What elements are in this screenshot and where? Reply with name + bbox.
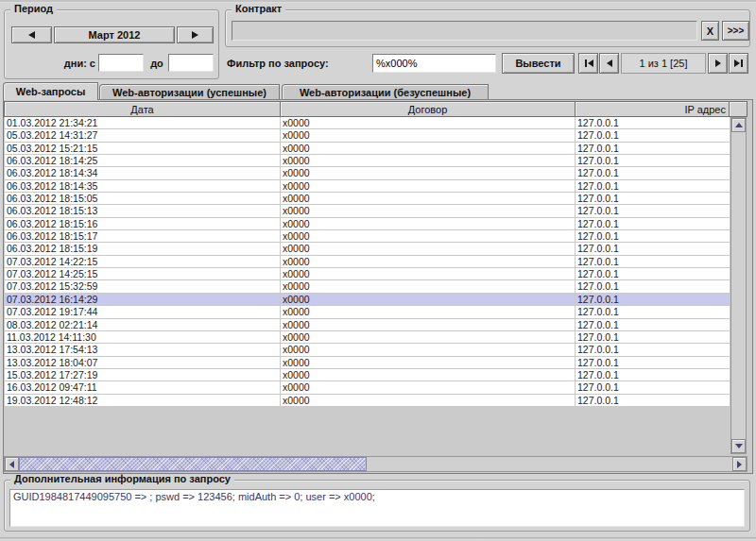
contract-cell: x0000 — [281, 117, 576, 129]
table-row[interactable]: 11.03.2012 14:11:30x0000127.0.0.1 — [4, 331, 730, 344]
date-cell: 06.03.2012 18:15:17 — [4, 230, 281, 243]
table-row[interactable]: 07.03.2012 14:25:15x0000127.0.0.1 — [4, 268, 730, 280]
date-cell: 06.03.2012 18:14:25 — [4, 155, 281, 167]
table-row[interactable]: 05.03.2012 15:21:15x0000127.0.0.1 — [4, 143, 730, 155]
prev-month-button[interactable] — [11, 26, 52, 43]
contract-cell: x0000 — [281, 268, 576, 280]
date-cell: 15.03.2012 17:27:19 — [4, 369, 281, 381]
header-cell-ip[interactable]: IP адрес — [576, 102, 730, 116]
horizontal-scrollbar[interactable] — [4, 456, 747, 472]
month-button[interactable]: Март 2012 — [54, 26, 175, 43]
table-row[interactable]: 06.03.2012 18:14:25x0000127.0.0.1 — [4, 155, 730, 167]
contract-cell: x0000 — [281, 143, 576, 155]
contract-field[interactable] — [232, 21, 697, 41]
last-page-button[interactable] — [729, 53, 748, 74]
date-cell: 05.03.2012 15:21:15 — [4, 143, 281, 155]
table-row[interactable]: 13.03.2012 17:54:13x0000127.0.0.1 — [4, 344, 730, 356]
contract-cell: x0000 — [281, 129, 576, 142]
contract-cell: x0000 — [281, 167, 576, 179]
left-arrow-icon — [28, 31, 35, 39]
table-row[interactable]: 06.03.2012 18:14:35x0000127.0.0.1 — [4, 180, 730, 193]
tab-web-auth-fail[interactable]: Web-авторизации (безуспешные) — [282, 84, 489, 99]
table-row[interactable]: 16.03.2012 09:47:11x0000127.0.0.1 — [4, 381, 730, 394]
scroll-up-icon — [735, 123, 743, 127]
additional-info-text[interactable]: GUID1984817449095750 => ; pswd => 123456… — [9, 489, 745, 527]
ip-cell: 127.0.0.1 — [576, 331, 730, 344]
next-month-button[interactable] — [177, 26, 214, 43]
days-to-label: до — [146, 55, 167, 72]
date-cell: 08.03.2012 02:21:14 — [4, 319, 281, 331]
clear-contract-button[interactable]: X — [701, 21, 719, 41]
last-page-icon — [734, 59, 740, 67]
vertical-scrollbar[interactable] — [730, 117, 747, 454]
ip-cell: 127.0.0.1 — [576, 280, 730, 293]
ip-cell: 127.0.0.1 — [576, 155, 730, 167]
table-row[interactable]: 19.03.2012 12:48:12x0000127.0.0.1 — [4, 395, 730, 407]
table-row[interactable]: 07.03.2012 19:17:44x0000127.0.0.1 — [4, 306, 730, 318]
hscroll-thumb[interactable] — [19, 457, 367, 471]
table-row[interactable]: 06.03.2012 18:15:19x0000127.0.0.1 — [4, 243, 730, 255]
bottom-divider — [0, 537, 756, 540]
contract-cell: x0000 — [281, 280, 576, 293]
scroll-down-button[interactable] — [731, 439, 746, 453]
table-row[interactable]: 07.03.2012 15:32:59x0000127.0.0.1 — [4, 280, 730, 293]
days-to-input[interactable] — [168, 54, 214, 72]
contract-cell: x0000 — [281, 243, 576, 255]
period-group-title: Период — [10, 3, 57, 14]
table-row[interactable]: 01.03.2012 21:34:21x0000127.0.0.1 — [4, 117, 730, 129]
ip-cell: 127.0.0.1 — [576, 256, 730, 268]
date-cell: 13.03.2012 18:04:07 — [4, 357, 281, 369]
date-cell: 07.03.2012 14:25:15 — [4, 268, 281, 280]
ip-cell: 127.0.0.1 — [576, 143, 730, 155]
table-row[interactable]: 06.03.2012 18:15:13x0000127.0.0.1 — [4, 205, 730, 217]
table-row[interactable]: 06.03.2012 18:14:34x0000127.0.0.1 — [4, 167, 730, 179]
table-row[interactable]: 06.03.2012 18:15:16x0000127.0.0.1 — [4, 218, 730, 230]
additional-info-group: Дополнительная информация по запросу GUI… — [4, 480, 750, 532]
scroll-up-button[interactable] — [731, 118, 746, 132]
ip-cell: 127.0.0.1 — [576, 180, 730, 193]
date-cell: 11.03.2012 14:11:30 — [4, 331, 281, 344]
filter-input[interactable] — [372, 54, 496, 73]
table-row[interactable]: 15.03.2012 17:27:19x0000127.0.0.1 — [4, 369, 730, 381]
table-row[interactable]: 05.03.2012 14:31:27x0000127.0.0.1 — [4, 129, 730, 142]
prev-page-button[interactable] — [599, 53, 619, 74]
date-cell: 05.03.2012 14:31:27 — [4, 129, 281, 142]
ip-cell: 127.0.0.1 — [576, 395, 730, 407]
scroll-left-button[interactable] — [5, 457, 19, 471]
next-page-button[interactable] — [708, 53, 728, 74]
ip-cell: 127.0.0.1 — [576, 319, 730, 331]
next-page-icon — [715, 59, 721, 67]
tab-web-requests[interactable]: Web-запросы — [3, 82, 98, 100]
header-cell-contract[interactable]: Договор — [281, 102, 576, 116]
contract-cell: x0000 — [281, 306, 576, 318]
ip-cell: 127.0.0.1 — [576, 193, 730, 205]
date-cell: 16.03.2012 09:47:11 — [4, 381, 281, 394]
table-row[interactable]: 07.03.2012 14:22:15x0000127.0.0.1 — [4, 256, 730, 268]
first-page-button[interactable] — [578, 53, 598, 74]
table-row[interactable]: 07.03.2012 16:14:29x0000127.0.0.1 — [4, 294, 730, 306]
expand-contract-button[interactable]: >>> — [722, 21, 749, 41]
table-row[interactable]: 08.03.2012 02:21:14x0000127.0.0.1 — [4, 319, 730, 331]
date-cell: 07.03.2012 14:22:15 — [4, 256, 281, 268]
contract-cell: x0000 — [281, 256, 576, 268]
header-cell-date[interactable]: Дата — [5, 102, 281, 116]
scroll-left-icon — [9, 461, 14, 468]
date-cell: 06.03.2012 18:14:35 — [4, 180, 281, 193]
ip-cell: 127.0.0.1 — [576, 294, 730, 306]
ip-cell: 127.0.0.1 — [576, 369, 730, 381]
window-top-edge — [0, 0, 756, 3]
table-row[interactable]: 13.03.2012 18:04:07x0000127.0.0.1 — [4, 357, 730, 369]
page-status: 1 из 1 [25] — [621, 53, 706, 74]
ip-cell: 127.0.0.1 — [576, 117, 730, 129]
scroll-right-button[interactable] — [732, 457, 747, 471]
days-from-input[interactable] — [98, 54, 144, 72]
date-cell: 06.03.2012 18:14:34 — [4, 167, 281, 179]
tab-web-auth-success[interactable]: Web-авторизации (успешные) — [99, 84, 280, 99]
contract-cell: x0000 — [281, 193, 576, 205]
table-row[interactable]: 06.03.2012 18:15:17x0000127.0.0.1 — [4, 230, 730, 243]
table-row[interactable]: 06.03.2012 18:15:05x0000127.0.0.1 — [4, 193, 730, 205]
results-table: Дата Договор IP адрес 01.03.2012 21:34:2… — [3, 99, 753, 474]
ip-cell: 127.0.0.1 — [576, 167, 730, 179]
header-filler — [730, 102, 747, 116]
submit-button[interactable]: Вывести — [502, 53, 575, 74]
